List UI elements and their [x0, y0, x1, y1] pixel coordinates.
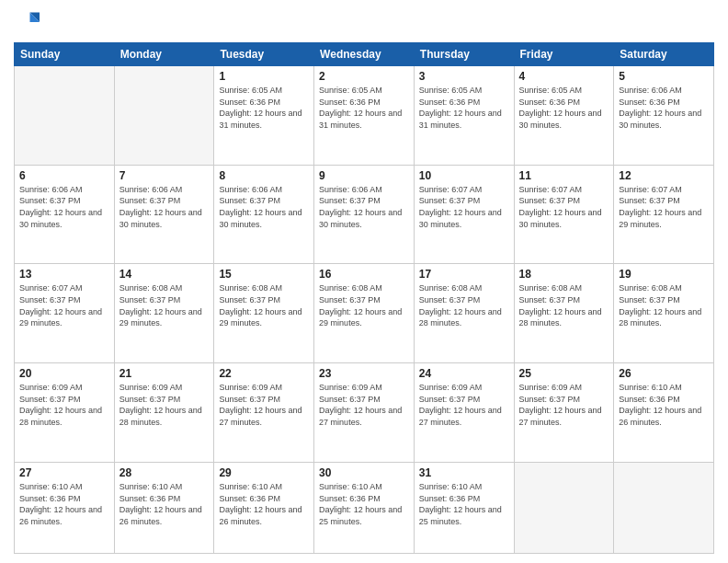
day-header-saturday: Saturday: [614, 43, 714, 66]
calendar-cell: 14Sunrise: 6:08 AM Sunset: 6:37 PM Dayli…: [114, 264, 214, 363]
day-info: Sunrise: 6:08 AM Sunset: 6:37 PM Dayligh…: [219, 282, 309, 328]
header: [14, 9, 714, 35]
day-number: 23: [319, 367, 409, 380]
day-info: Sunrise: 6:09 AM Sunset: 6:37 PM Dayligh…: [19, 382, 109, 428]
day-number: 20: [19, 367, 109, 380]
day-number: 24: [419, 367, 509, 380]
day-number: 9: [319, 169, 409, 182]
day-number: 21: [119, 367, 210, 380]
logo-icon: [14, 9, 40, 35]
day-header-tuesday: Tuesday: [214, 43, 314, 66]
calendar-cell: 19Sunrise: 6:08 AM Sunset: 6:37 PM Dayli…: [614, 264, 714, 363]
calendar-cell: 21Sunrise: 6:09 AM Sunset: 6:37 PM Dayli…: [114, 363, 214, 463]
day-info: Sunrise: 6:08 AM Sunset: 6:37 PM Dayligh…: [319, 282, 409, 328]
calendar-week-row: 27Sunrise: 6:10 AM Sunset: 6:36 PM Dayli…: [15, 462, 714, 553]
day-header-sunday: Sunday: [15, 43, 115, 66]
day-info: Sunrise: 6:10 AM Sunset: 6:36 PM Dayligh…: [119, 481, 210, 527]
calendar-cell: 9Sunrise: 6:06 AM Sunset: 6:37 PM Daylig…: [314, 165, 415, 264]
day-header-thursday: Thursday: [414, 43, 514, 66]
calendar-cell: 28Sunrise: 6:10 AM Sunset: 6:36 PM Dayli…: [114, 462, 214, 553]
day-number: 16: [319, 268, 409, 281]
day-number: 19: [619, 268, 709, 281]
day-header-monday: Monday: [114, 43, 214, 66]
day-info: Sunrise: 6:09 AM Sunset: 6:37 PM Dayligh…: [119, 382, 210, 428]
day-number: 10: [419, 169, 509, 182]
day-info: Sunrise: 6:06 AM Sunset: 6:37 PM Dayligh…: [119, 184, 210, 230]
calendar-cell: 17Sunrise: 6:08 AM Sunset: 6:37 PM Dayli…: [414, 264, 514, 363]
day-info: Sunrise: 6:10 AM Sunset: 6:36 PM Dayligh…: [219, 481, 309, 527]
day-info: Sunrise: 6:07 AM Sunset: 6:37 PM Dayligh…: [619, 184, 709, 230]
calendar-cell: 15Sunrise: 6:08 AM Sunset: 6:37 PM Dayli…: [214, 264, 314, 363]
calendar-cell: 1Sunrise: 6:05 AM Sunset: 6:36 PM Daylig…: [214, 66, 314, 166]
day-number: 14: [119, 268, 210, 281]
calendar-cell: 13Sunrise: 6:07 AM Sunset: 6:37 PM Dayli…: [15, 264, 115, 363]
day-number: 4: [519, 70, 609, 83]
day-info: Sunrise: 6:08 AM Sunset: 6:37 PM Dayligh…: [519, 282, 609, 328]
calendar-cell: 26Sunrise: 6:10 AM Sunset: 6:36 PM Dayli…: [614, 363, 714, 463]
day-number: 11: [519, 169, 609, 182]
calendar-cell: 24Sunrise: 6:09 AM Sunset: 6:37 PM Dayli…: [414, 363, 514, 463]
calendar-cell: 4Sunrise: 6:05 AM Sunset: 6:36 PM Daylig…: [514, 66, 614, 166]
calendar-table: SundayMondayTuesdayWednesdayThursdayFrid…: [14, 42, 714, 554]
day-number: 15: [219, 268, 309, 281]
logo: [14, 9, 43, 35]
day-info: Sunrise: 6:05 AM Sunset: 6:36 PM Dayligh…: [519, 85, 609, 131]
calendar-cell: [15, 66, 115, 166]
calendar-week-row: 20Sunrise: 6:09 AM Sunset: 6:37 PM Dayli…: [15, 363, 714, 463]
calendar-cell: 8Sunrise: 6:06 AM Sunset: 6:37 PM Daylig…: [214, 165, 314, 264]
calendar-cell: 31Sunrise: 6:10 AM Sunset: 6:36 PM Dayli…: [414, 462, 514, 553]
calendar-cell: 11Sunrise: 6:07 AM Sunset: 6:37 PM Dayli…: [514, 165, 614, 264]
day-info: Sunrise: 6:10 AM Sunset: 6:36 PM Dayligh…: [19, 481, 109, 527]
day-info: Sunrise: 6:09 AM Sunset: 6:37 PM Dayligh…: [319, 382, 409, 428]
day-info: Sunrise: 6:06 AM Sunset: 6:37 PM Dayligh…: [219, 184, 309, 230]
day-number: 17: [419, 268, 509, 281]
calendar-cell: 10Sunrise: 6:07 AM Sunset: 6:37 PM Dayli…: [414, 165, 514, 264]
calendar-cell: [514, 462, 614, 553]
day-info: Sunrise: 6:10 AM Sunset: 6:36 PM Dayligh…: [319, 481, 409, 527]
day-number: 25: [519, 367, 609, 380]
day-number: 29: [219, 466, 309, 479]
calendar-cell: 6Sunrise: 6:06 AM Sunset: 6:37 PM Daylig…: [15, 165, 115, 264]
calendar-cell: [614, 462, 714, 553]
calendar-cell: 7Sunrise: 6:06 AM Sunset: 6:37 PM Daylig…: [114, 165, 214, 264]
calendar-cell: 22Sunrise: 6:09 AM Sunset: 6:37 PM Dayli…: [214, 363, 314, 463]
day-number: 30: [319, 466, 409, 479]
day-info: Sunrise: 6:08 AM Sunset: 6:37 PM Dayligh…: [119, 282, 210, 328]
day-header-friday: Friday: [514, 43, 614, 66]
day-info: Sunrise: 6:08 AM Sunset: 6:37 PM Dayligh…: [419, 282, 509, 328]
day-number: 8: [219, 169, 309, 182]
calendar-cell: 29Sunrise: 6:10 AM Sunset: 6:36 PM Dayli…: [214, 462, 314, 553]
calendar-cell: [114, 66, 214, 166]
day-number: 12: [619, 169, 709, 182]
day-info: Sunrise: 6:05 AM Sunset: 6:36 PM Dayligh…: [419, 85, 509, 131]
day-number: 22: [219, 367, 309, 380]
day-info: Sunrise: 6:09 AM Sunset: 6:37 PM Dayligh…: [519, 382, 609, 428]
day-info: Sunrise: 6:09 AM Sunset: 6:37 PM Dayligh…: [219, 382, 309, 428]
day-number: 28: [119, 466, 210, 479]
day-info: Sunrise: 6:06 AM Sunset: 6:36 PM Dayligh…: [619, 85, 709, 131]
day-number: 5: [619, 70, 709, 83]
calendar-cell: 16Sunrise: 6:08 AM Sunset: 6:37 PM Dayli…: [314, 264, 415, 363]
day-info: Sunrise: 6:05 AM Sunset: 6:36 PM Dayligh…: [219, 85, 309, 131]
day-info: Sunrise: 6:09 AM Sunset: 6:37 PM Dayligh…: [419, 382, 509, 428]
day-info: Sunrise: 6:08 AM Sunset: 6:37 PM Dayligh…: [619, 282, 709, 328]
day-number: 6: [19, 169, 109, 182]
day-number: 3: [419, 70, 509, 83]
day-number: 2: [319, 70, 409, 83]
day-number: 26: [619, 367, 709, 380]
day-info: Sunrise: 6:07 AM Sunset: 6:37 PM Dayligh…: [419, 184, 509, 230]
day-number: 13: [19, 268, 109, 281]
day-info: Sunrise: 6:05 AM Sunset: 6:36 PM Dayligh…: [319, 85, 409, 131]
day-info: Sunrise: 6:07 AM Sunset: 6:37 PM Dayligh…: [519, 184, 609, 230]
calendar-cell: 30Sunrise: 6:10 AM Sunset: 6:36 PM Dayli…: [314, 462, 415, 553]
calendar-header-row: SundayMondayTuesdayWednesdayThursdayFrid…: [15, 43, 714, 66]
day-info: Sunrise: 6:07 AM Sunset: 6:37 PM Dayligh…: [19, 282, 109, 328]
day-info: Sunrise: 6:10 AM Sunset: 6:36 PM Dayligh…: [619, 382, 709, 428]
page: SundayMondayTuesdayWednesdayThursdayFrid…: [0, 0, 728, 563]
calendar-week-row: 1Sunrise: 6:05 AM Sunset: 6:36 PM Daylig…: [15, 66, 714, 166]
day-number: 7: [119, 169, 210, 182]
calendar-cell: 5Sunrise: 6:06 AM Sunset: 6:36 PM Daylig…: [614, 66, 714, 166]
day-number: 18: [519, 268, 609, 281]
day-header-wednesday: Wednesday: [314, 43, 415, 66]
calendar-cell: 18Sunrise: 6:08 AM Sunset: 6:37 PM Dayli…: [514, 264, 614, 363]
